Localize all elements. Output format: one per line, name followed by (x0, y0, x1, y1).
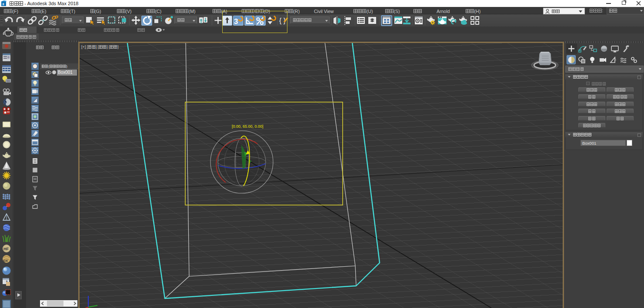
svg-text:HF: HF (3, 247, 9, 251)
svg-text:DX: DX (3, 259, 8, 263)
svg-text:3: 3 (2, 2, 4, 6)
